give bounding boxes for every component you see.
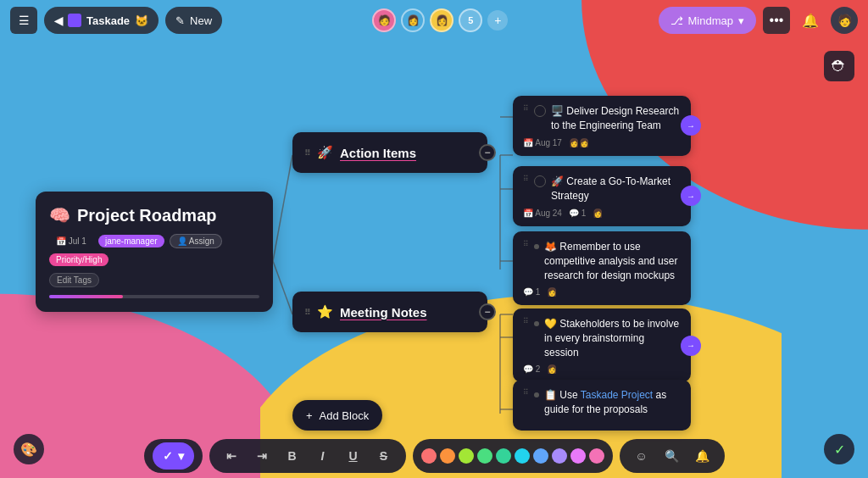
avatar-2: 👩: [401, 8, 425, 32]
task-check-2[interactable]: [534, 175, 546, 187]
action-items-block[interactable]: ⠿ 🚀 Action Items −: [292, 132, 487, 173]
color-red[interactable]: [421, 448, 437, 464]
task-title-5: 📋 Use Taskade Project as guide for the p…: [544, 388, 681, 417]
color-violet[interactable]: [552, 448, 567, 464]
task-drag-5: ⠿: [523, 388, 529, 397]
topbar-left: ☰ ◀ Taskade 🐱 ✎ New: [10, 7, 222, 34]
edit-tags-button[interactable]: Edit Tags: [49, 273, 99, 287]
task-avatars-4: 👩: [547, 364, 557, 374]
task-drag-4: ⠿: [523, 317, 529, 325]
palette-button[interactable]: 🎨: [14, 434, 44, 464]
taskade-logo: [68, 14, 81, 27]
project-title: 🧠 Project Roadmap: [49, 205, 259, 225]
task-expand-4[interactable]: →: [681, 336, 701, 356]
meeting-notes-collapse[interactable]: −: [479, 303, 496, 320]
search-icon: 🔍: [665, 449, 679, 463]
avatar-1: 🧑: [372, 8, 396, 32]
task-check-1[interactable]: [534, 105, 546, 117]
color-orange[interactable]: [440, 448, 455, 464]
toolbar-extras-group: ☺ 🔍 🔔: [620, 439, 725, 473]
toolbar-bold[interactable]: B: [279, 442, 306, 470]
task-title-1: 🖥️ Deliver Design Research to the Engine…: [551, 104, 681, 133]
task-emoji-4: 💛: [544, 318, 559, 330]
menu-button[interactable]: ☰: [10, 7, 37, 34]
bell-icon: 🔔: [802, 13, 819, 29]
project-roadmap-card[interactable]: 🧠 Project Roadmap 📅 Jul 1 jane-manager 👤…: [36, 192, 273, 312]
back-taskade-button[interactable]: ◀ Taskade 🐱: [44, 7, 159, 34]
task-card-4[interactable]: ⠿ 💛 Stakeholders to be involve in every …: [513, 308, 691, 382]
toolbar-underline[interactable]: U: [340, 442, 367, 470]
toolbar-search[interactable]: 🔍: [659, 442, 686, 470]
task-title-4: 💛 Stakeholders to be involve in every br…: [544, 317, 681, 359]
color-fuchsia[interactable]: [570, 448, 586, 464]
toolbar-check-group: ✓ ▾: [144, 439, 203, 473]
toolbar-emoji[interactable]: ☺: [628, 442, 655, 470]
project-meta: 📅 Jul 1 jane-manager 👤 Assign Priority/H…: [49, 234, 259, 266]
drag-handle-meeting: ⠿: [304, 308, 310, 317]
task-emoji-5: 📋: [544, 389, 559, 401]
palette-icon: 🎨: [20, 442, 37, 458]
task-card-5[interactable]: ⠿ 📋 Use Taskade Project as guide for the…: [513, 380, 691, 431]
toolbar-check-button[interactable]: ✓ ▾: [153, 442, 194, 470]
confirm-button[interactable]: ✓: [824, 434, 854, 464]
svg-line-1: [273, 261, 292, 314]
task-dot-4: [534, 321, 539, 326]
toolbar-indent-out[interactable]: ⇤: [218, 442, 245, 470]
task-avatars-2: 👩: [593, 208, 603, 218]
task-expand-2[interactable]: →: [681, 186, 701, 206]
color-blue[interactable]: [533, 448, 548, 464]
task-meta-3: 💬 1 👩: [523, 287, 681, 297]
toolbar: ✓ ▾ ⇤ ⇥ B I U S: [0, 434, 868, 478]
priority-tag[interactable]: Priority/High: [49, 253, 108, 266]
task-meta-4: 💬 2 👩: [523, 364, 681, 374]
assign-tag[interactable]: 👤 Assign: [170, 234, 222, 248]
task-dot-3: [534, 244, 539, 249]
project-manager-tag[interactable]: jane-manager: [98, 235, 164, 247]
topbar-center: 🧑 👩 👩 5 +: [372, 8, 508, 32]
color-green[interactable]: [477, 448, 492, 464]
user-avatar[interactable]: 🧑: [831, 7, 858, 34]
task-date-2: 📅 Aug 24: [523, 208, 562, 218]
meeting-notes-block[interactable]: ⠿ ⭐ Meeting Notes −: [292, 292, 487, 332]
back-icon: ◀: [54, 14, 63, 27]
topbar: ☰ ◀ Taskade 🐱 ✎ New 🧑 👩 👩 5 + ⎇ Mindmap …: [0, 0, 868, 41]
toolbar-notify[interactable]: 🔔: [689, 442, 716, 470]
task-avatars-1: 👩👩: [569, 138, 589, 147]
task-drag-3: ⠿: [523, 240, 529, 248]
bold-icon: B: [287, 449, 296, 463]
progress-fill: [49, 295, 123, 298]
new-button[interactable]: ✎ New: [165, 7, 222, 34]
check-icon: ✓: [163, 449, 173, 463]
underline-icon: U: [348, 449, 357, 463]
color-cyan[interactable]: [515, 448, 530, 464]
toolbar-indent-in[interactable]: ⇥: [248, 442, 275, 470]
task-card-2[interactable]: ⠿ 🚀 Create a Go-To-Market Strategy 📅 Aug…: [513, 166, 691, 226]
task-card-3[interactable]: ⠿ 🦊 Remember to use competitive analysis…: [513, 231, 691, 305]
task-title-3: 🦊 Remember to use competitive analysis a…: [544, 240, 681, 282]
action-items-collapse[interactable]: −: [479, 144, 496, 161]
add-block-button[interactable]: + Add Block: [292, 400, 382, 431]
task-emoji-1: 🖥️: [551, 105, 566, 117]
toolbar-italic[interactable]: I: [309, 442, 337, 470]
toolbar-format-group: ⇤ ⇥ B I U S: [209, 439, 406, 473]
color-pink[interactable]: [589, 448, 604, 464]
helmet-button[interactable]: ⛑: [824, 51, 854, 81]
toolbar-strikethrough[interactable]: S: [370, 442, 398, 470]
taskade-project-link[interactable]: Taskade Project: [581, 389, 653, 401]
task-comments-2: 💬 1: [569, 208, 586, 218]
color-lime[interactable]: [459, 448, 474, 464]
task-card-1[interactable]: ⠿ 🖥️ Deliver Design Research to the Engi…: [513, 96, 691, 156]
color-emerald[interactable]: [496, 448, 511, 464]
strikethrough-icon: S: [380, 449, 387, 463]
more-options-button[interactable]: •••: [763, 7, 790, 34]
task-expand-1[interactable]: →: [681, 115, 701, 136]
task-date-1: 📅 Aug 17: [523, 138, 562, 147]
avatar-3: 👩: [430, 8, 453, 32]
add-block-icon: +: [306, 409, 313, 422]
italic-icon: I: [321, 449, 325, 463]
project-date: 📅 Jul 1: [49, 235, 93, 247]
add-member-button[interactable]: +: [487, 10, 508, 31]
notifications-button[interactable]: 🔔: [797, 7, 824, 34]
new-icon: ✎: [175, 14, 185, 27]
mindmap-button[interactable]: ⎇ Mindmap ▾: [659, 7, 756, 34]
